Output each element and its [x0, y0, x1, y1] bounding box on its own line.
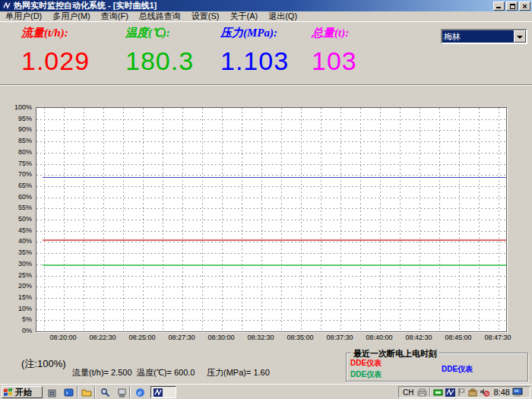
start-button-label: 开始 — [15, 387, 32, 398]
y-axis-tick-label: 100% — [0, 104, 32, 111]
vertical-gridline — [301, 108, 302, 331]
station-select-dropdown-button[interactable] — [514, 30, 526, 43]
window-title: 热网实时监控自动化系统 - [实时曲线1] — [14, 0, 157, 11]
x-axis-tick-label: 08:22:30 — [89, 334, 116, 341]
total-label: 总量(t): — [312, 26, 426, 40]
vertical-gridline — [44, 108, 45, 331]
y-axis-tick-label: 75% — [0, 160, 32, 167]
vertical-gridline — [123, 108, 124, 331]
y-axis-tick-label: 20% — [0, 283, 32, 290]
package-icon[interactable] — [468, 388, 477, 397]
full-scale-text-2: 压力(MPa)= 1.60 — [207, 367, 270, 378]
horizontal-gridline — [36, 231, 506, 232]
vertical-gridline — [143, 108, 144, 331]
vertical-gridline — [479, 108, 480, 331]
terminal-icon[interactable] — [62, 386, 75, 398]
y-axis-tick-label: 0% — [0, 328, 32, 334]
vertical-gridline — [182, 108, 183, 331]
x-axis-tick-label: 08:27:30 — [168, 334, 195, 341]
vertical-gridline — [222, 108, 223, 331]
horizontal-gridline — [36, 164, 506, 165]
system-tray: CH 8:48 — [398, 386, 530, 398]
ie-icon[interactable]: e — [133, 386, 147, 398]
search-icon[interactable] — [98, 386, 112, 398]
flow-value: 1.029 — [21, 46, 135, 76]
menu-item-2[interactable]: 查询(F) — [96, 11, 134, 22]
y-axis-tick-label: 15% — [0, 294, 32, 301]
app-tray-icon[interactable] — [445, 388, 455, 397]
taskbar-separator — [77, 386, 78, 398]
vertical-gridline — [459, 108, 460, 331]
restore-button[interactable] — [506, 2, 518, 11]
monitor-icon[interactable] — [512, 388, 523, 397]
x-axis-tick-label: 08:47:30 — [484, 334, 511, 341]
vertical-gridline — [400, 108, 401, 331]
vertical-gridline — [103, 108, 104, 331]
vertical-gridline — [281, 108, 282, 331]
desktop: { "window": { "title": "热网实时监控自动化系统 - [实… — [0, 0, 532, 399]
station-icon[interactable] — [45, 386, 59, 398]
vertical-gridline — [420, 108, 420, 331]
minimize-button[interactable] — [493, 2, 505, 11]
menu-item-4[interactable]: 设置(S) — [186, 11, 225, 22]
printer-icon[interactable] — [417, 388, 427, 397]
readout-flow: 流量(t/h): 1.029 — [21, 26, 135, 76]
vertical-gridline — [64, 108, 65, 331]
station-select-value[interactable]: 梅林 — [442, 30, 514, 43]
horizontal-gridline — [36, 287, 506, 287]
readout-total: 总量(t): 103 — [312, 26, 426, 76]
windows-logo-icon — [4, 388, 13, 397]
x-axis-tick-label: 08:37:30 — [326, 334, 353, 341]
y-axis-tick-label: 40% — [0, 238, 32, 245]
horizontal-gridline — [36, 130, 506, 131]
station-select[interactable]: 梅林 — [441, 29, 527, 44]
network-ok-icon[interactable] — [433, 388, 443, 397]
flag-icon[interactable] — [458, 388, 466, 397]
series-line-2 — [43, 264, 507, 266]
panel-divider — [0, 84, 532, 86]
y-axis-tick-label: 80% — [0, 149, 32, 156]
dde-meter-label-green: DDE仪表 — [350, 369, 382, 380]
vertical-gridline — [380, 108, 381, 331]
x-axis-tick-label: 08:42:30 — [405, 334, 432, 341]
x-axis-tick-label: 08:35:00 — [287, 334, 313, 341]
horizontal-gridline — [36, 186, 506, 187]
vertical-gridline — [261, 108, 262, 331]
menu-item-6[interactable]: 退出(Q) — [263, 11, 302, 22]
x-axis-tick-label: 08:30:00 — [207, 334, 234, 341]
horizontal-gridline — [36, 153, 506, 154]
start-button[interactable]: 开始 — [2, 386, 43, 398]
tray-separator — [429, 388, 431, 397]
full-scale-text-1: 温度(℃)= 600.0 — [137, 367, 195, 378]
minimize-icon — [496, 7, 501, 8]
vertical-gridline — [202, 108, 203, 331]
volume-muted-icon[interactable] — [480, 388, 489, 397]
language-indicator[interactable]: CH — [401, 388, 415, 397]
x-axis-tick-label: 08:25:00 — [128, 334, 155, 341]
vertical-gridline — [163, 108, 163, 331]
horizontal-gridline — [36, 198, 506, 198]
close-icon: × — [522, 2, 527, 11]
menu-item-0[interactable]: 单用户(D) — [0, 11, 47, 22]
folder-icon[interactable] — [80, 386, 93, 398]
x-axis-tick-label: 08:45:00 — [445, 334, 471, 341]
vertical-gridline — [499, 108, 499, 331]
vertical-gridline — [439, 108, 440, 331]
app-icon — [154, 388, 163, 397]
horizontal-gridline — [36, 141, 506, 142]
title-bar[interactable]: 热网实时监控自动化系统 - [实时曲线1] × — [0, 0, 532, 11]
show-desktop-icon[interactable] — [115, 386, 128, 398]
y-axis-tick-label: 35% — [0, 249, 32, 256]
y-axis-tick-label: 30% — [0, 261, 32, 268]
menu-item-1[interactable]: 多用户(M) — [47, 11, 96, 22]
menu-item-3[interactable]: 总线路查询 — [134, 11, 186, 22]
app-task-button[interactable] — [150, 386, 176, 398]
horizontal-gridline — [36, 298, 506, 299]
power-event-groupbox: 最近一次断电上电时刻 DDE仪表 DDE仪表 DDE仪表 — [346, 353, 528, 382]
flow-label: 流量(t/h): — [21, 26, 135, 40]
close-button[interactable]: × — [519, 2, 530, 11]
x-axis-tick-label: 08:32:30 — [247, 334, 274, 341]
menu-item-5[interactable]: 关于(A) — [225, 11, 264, 22]
vertical-gridline — [360, 108, 361, 331]
series-line-1 — [43, 239, 507, 241]
